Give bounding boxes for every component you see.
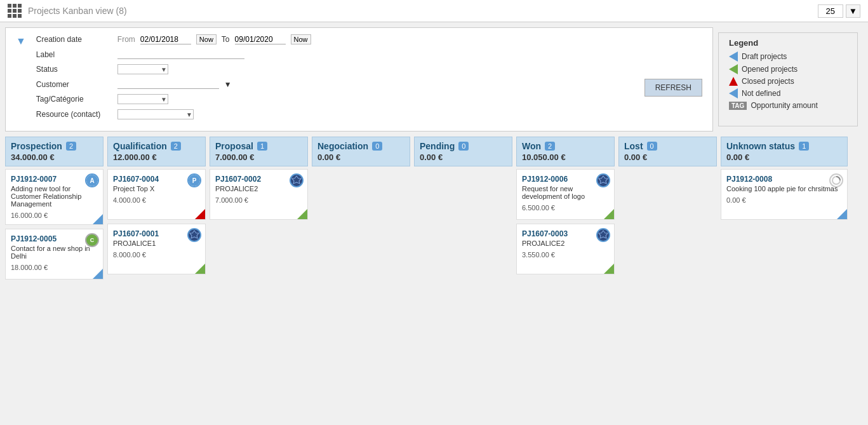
card-avatar bbox=[290, 173, 304, 187]
col-amount: 0.00 € bbox=[624, 152, 711, 162]
col-header: Qualification 2 12.000.00 € bbox=[107, 137, 206, 166]
legend-notdefined: Not defined bbox=[729, 88, 847, 98]
draft-icon bbox=[729, 51, 738, 62]
col-amount: 0.00 € bbox=[726, 152, 842, 162]
resource-select-wrap: ▼ bbox=[117, 109, 194, 119]
from-date-input[interactable]: 02/01/2018 bbox=[140, 35, 191, 44]
kanban-col-prospection: Prospection 2 34.000.00 € A PJ1912-0007 … bbox=[5, 137, 103, 283]
card-amount: 0.00 € bbox=[726, 196, 842, 204]
card-title: Project Top X bbox=[113, 185, 200, 192]
opened-icon bbox=[729, 64, 738, 74]
kanban-card[interactable]: PJ1912-0006 Request for new development … bbox=[516, 169, 615, 220]
card-amount: 6.500.00 € bbox=[522, 204, 609, 212]
col-count: 0 bbox=[372, 142, 382, 151]
col-amount: 0.00 € bbox=[420, 152, 507, 162]
to-label: To bbox=[222, 35, 230, 44]
top-bar-right: 25 ▼ bbox=[818, 4, 860, 18]
col-amount: 10.050.00 € bbox=[522, 152, 609, 162]
corner-triangle bbox=[297, 209, 307, 219]
col-header: Won 2 10.050.00 € bbox=[516, 137, 615, 166]
col-amount: 34.000.00 € bbox=[11, 152, 98, 162]
legend-opened: Opened projects bbox=[729, 64, 847, 74]
corner-triangle bbox=[837, 209, 847, 219]
card-avatar bbox=[829, 173, 843, 187]
opened-label: Opened projects bbox=[742, 65, 798, 74]
col-name: Unknown status bbox=[726, 141, 795, 151]
corner-triangle bbox=[604, 264, 614, 274]
label-filter-label: Label bbox=[36, 50, 112, 59]
card-avatar: A bbox=[85, 173, 99, 187]
card-avatar: C bbox=[85, 233, 99, 247]
legend-draft: Draft projects bbox=[729, 51, 847, 62]
top-bar-left: Projects Kanban view (8) bbox=[8, 4, 127, 18]
kanban-card[interactable]: P PJ1607-0004 Project Top X 4.000.00 € bbox=[107, 169, 206, 220]
corner-triangle bbox=[93, 214, 103, 224]
resource-select[interactable] bbox=[117, 109, 194, 119]
col-header: Negociation 0 0.00 € bbox=[312, 137, 410, 166]
draft-label: Draft projects bbox=[742, 52, 787, 61]
kanban-col-unknown-status: Unknown status 1 0.00 € PJ1912-0008 Cook… bbox=[721, 137, 848, 283]
refresh-button[interactable]: REFRESH bbox=[644, 79, 702, 97]
customer-input[interactable] bbox=[117, 79, 219, 89]
top-bar: Projects Kanban view (8) 25 ▼ bbox=[0, 0, 868, 22]
card-avatar bbox=[187, 228, 201, 242]
corner-triangle bbox=[195, 264, 205, 274]
card-avatar bbox=[596, 228, 610, 242]
status-select[interactable] bbox=[117, 64, 168, 74]
card-avatar bbox=[596, 173, 610, 187]
kanban-icon bbox=[8, 4, 22, 18]
tag-select[interactable] bbox=[117, 94, 168, 104]
notdefined-label: Not defined bbox=[742, 89, 780, 98]
col-amount: 12.000.00 € bbox=[113, 152, 200, 162]
col-name: Negociation bbox=[317, 141, 368, 151]
page-title: Projects Kanban view (8) bbox=[28, 6, 127, 16]
now1-btn[interactable]: Now bbox=[196, 34, 217, 44]
legend-closed: Closed projects bbox=[729, 77, 847, 86]
creation-date-label: Creation date bbox=[36, 35, 112, 44]
status-filter-label: Status bbox=[36, 65, 112, 74]
kanban-card[interactable]: PJ1607-0001 PROJALICE1 8.000.00 € bbox=[107, 224, 206, 274]
col-count: 0 bbox=[458, 142, 469, 151]
card-title: Adding new tool for Customer Relationshi… bbox=[11, 185, 98, 208]
card-amount: 7.000.00 € bbox=[215, 196, 302, 204]
col-count: 0 bbox=[647, 142, 657, 151]
kanban-card[interactable]: PJ1607-0002 PROJALICE2 7.000.00 € bbox=[210, 169, 308, 220]
col-count: 1 bbox=[257, 142, 267, 151]
col-header: Lost 0 0.00 € bbox=[618, 137, 717, 166]
notdefined-icon bbox=[729, 88, 738, 98]
customer-filter-label: Customer bbox=[36, 80, 112, 89]
card-title: Cooking 100 apple pie for chrsitmas bbox=[726, 185, 842, 192]
card-amount: 4.000.00 € bbox=[113, 196, 200, 204]
col-name: Pending bbox=[420, 141, 455, 151]
card-avatar: P bbox=[187, 173, 201, 187]
page-num-input[interactable]: 25 bbox=[818, 4, 843, 18]
col-name: Qualification bbox=[113, 141, 167, 151]
col-name: Won bbox=[522, 141, 541, 151]
col-count: 2 bbox=[66, 142, 76, 151]
kanban-card[interactable]: A PJ1912-0007 Adding new tool for Custom… bbox=[5, 169, 103, 225]
to-date-input[interactable]: 09/01/2020 bbox=[235, 35, 286, 44]
col-header: Prospection 2 34.000.00 € bbox=[5, 137, 103, 166]
resource-filter-label: Resource (contact) bbox=[36, 110, 112, 119]
customer-dropdown-arrow[interactable]: ▼ bbox=[224, 80, 232, 89]
kanban-card[interactable]: PJ1912-0008 Cooking 100 apple pie for ch… bbox=[721, 169, 848, 220]
page-dropdown-btn[interactable]: ▼ bbox=[846, 4, 860, 18]
closed-label: Closed projects bbox=[742, 77, 794, 86]
status-select-wrap: ▼ bbox=[117, 64, 168, 74]
col-header: Pending 0 0.00 € bbox=[414, 137, 512, 166]
label-input[interactable] bbox=[117, 50, 244, 59]
col-header: Unknown status 1 0.00 € bbox=[721, 137, 848, 166]
card-amount: 16.000.00 € bbox=[11, 212, 98, 219]
kanban-card[interactable]: PJ1607-0003 PROJALICE2 3.550.00 € bbox=[516, 224, 615, 274]
corner-triangle bbox=[93, 269, 103, 279]
kanban-card[interactable]: C PJ1912-0005 Contact for a new shop in … bbox=[5, 229, 103, 280]
card-id: PJ1912-0008 bbox=[726, 175, 842, 184]
col-count: 2 bbox=[545, 142, 555, 151]
title-text: Projects Kanban view bbox=[28, 6, 114, 16]
tag-filter-label: Tag/Catégorie bbox=[36, 95, 112, 104]
col-name: Proposal bbox=[215, 141, 253, 151]
card-amount: 18.000.00 € bbox=[11, 264, 98, 271]
card-amount: 8.000.00 € bbox=[113, 251, 200, 259]
col-header: Proposal 1 7.000.00 € bbox=[210, 137, 308, 166]
now2-btn[interactable]: Now bbox=[291, 34, 311, 44]
